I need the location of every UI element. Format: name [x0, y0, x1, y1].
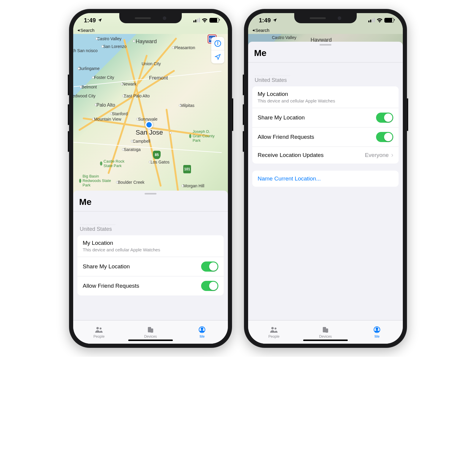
friend-requests-row: Allow Friend Requests	[77, 276, 224, 295]
wifi-icon	[377, 18, 383, 23]
svg-point-14	[376, 328, 378, 330]
me-panel[interactable]: Me United States My Location This device…	[73, 191, 228, 320]
signal-icon	[193, 17, 200, 24]
svg-point-9	[271, 327, 274, 329]
devices-icon	[321, 326, 330, 334]
home-indicator[interactable]	[303, 340, 348, 341]
friend-requests-toggle[interactable]	[201, 281, 218, 291]
locate-button[interactable]	[211, 50, 224, 63]
chevron-right-icon: ›	[391, 151, 393, 159]
people-icon	[95, 326, 104, 334]
location-icon	[98, 18, 102, 23]
home-indicator[interactable]	[128, 340, 173, 341]
devices-icon	[146, 326, 155, 334]
me-panel[interactable]: Me United States My Location This device…	[248, 42, 403, 320]
panel-title: Me	[79, 197, 222, 207]
tab-me[interactable]: Me	[351, 320, 403, 344]
map-controls	[211, 37, 224, 63]
friend-requests-toggle[interactable]	[376, 132, 393, 142]
share-location-row: Share My Location	[77, 257, 224, 276]
phone-right: 1:49 ◂Search Castro Valley Hayward Me Un…	[244, 9, 407, 348]
share-location-toggle[interactable]	[201, 261, 218, 272]
me-icon	[198, 326, 206, 334]
signal-icon	[368, 17, 375, 24]
section-header: United States	[255, 77, 396, 83]
sheet-grabber[interactable]	[145, 193, 156, 194]
panel-title: Me	[254, 48, 397, 58]
share-location-row: Share My Location	[252, 108, 399, 127]
phone-left: 1:49 ◂Search Castro Valley Hayward San L…	[69, 9, 232, 348]
my-location-row[interactable]: My Location This device and cellular App…	[77, 235, 224, 257]
sheet-grabber[interactable]	[320, 44, 331, 46]
back-search[interactable]: ◂Search	[248, 27, 403, 34]
svg-point-4	[99, 327, 101, 329]
battery-icon	[209, 18, 219, 23]
section-header: United States	[80, 226, 221, 232]
back-search[interactable]: ◂Search	[73, 27, 228, 34]
tab-me[interactable]: Me	[176, 320, 228, 344]
svg-point-3	[96, 327, 99, 329]
svg-rect-12	[325, 328, 328, 333]
svg-rect-6	[151, 328, 153, 333]
friend-requests-row: Allow Friend Requests	[252, 127, 399, 147]
svg-point-8	[201, 328, 203, 330]
current-location-dot	[145, 121, 153, 129]
receive-updates-row[interactable]: Receive Location Updates Everyone›	[252, 147, 399, 164]
wifi-icon	[202, 18, 208, 23]
name-location-button[interactable]: Name Current Location...	[252, 171, 399, 187]
clock: 1:49	[84, 17, 96, 24]
highway-85: 85	[153, 151, 161, 159]
location-icon	[273, 18, 277, 23]
map-view[interactable]: Castro Valley Hayward San Lorenzo Pleasa…	[73, 34, 228, 195]
highway-101: 101	[183, 165, 191, 173]
my-location-row[interactable]: My Location This device and cellular App…	[252, 86, 399, 108]
info-button[interactable]	[211, 37, 224, 50]
svg-point-2	[217, 42, 218, 42]
me-icon	[372, 326, 381, 334]
tab-people[interactable]: People	[248, 320, 300, 344]
clock: 1:49	[259, 17, 271, 24]
share-location-toggle[interactable]	[376, 113, 393, 123]
people-icon	[270, 326, 278, 334]
tab-people[interactable]: People	[73, 320, 125, 344]
svg-point-10	[274, 327, 276, 329]
battery-icon	[384, 18, 394, 23]
